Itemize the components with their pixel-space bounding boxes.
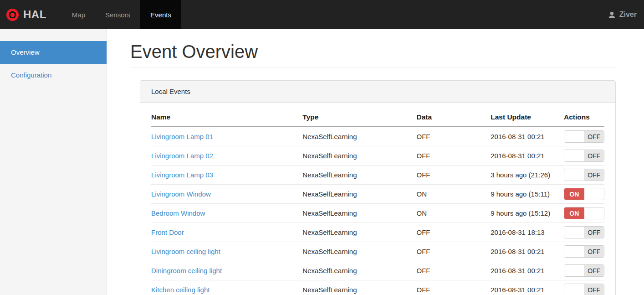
- toggle-off-label: OFF: [584, 169, 604, 181]
- sidebar-item[interactable]: Configuration: [0, 64, 107, 87]
- device-name-cell: Livingroom ceiling light: [151, 242, 302, 261]
- actions-cell: ON ON: [564, 185, 604, 204]
- device-type-cell: NexaSelfLearning: [302, 146, 416, 166]
- column-header-data: Data: [417, 109, 491, 127]
- actions-cell: OFF OFF: [564, 242, 604, 261]
- column-header-actions: Actions: [564, 109, 604, 127]
- device-data-cell: OFF: [417, 223, 491, 242]
- device-data-cell: ON: [417, 185, 491, 204]
- actions-cell: OFF OFF: [564, 146, 604, 166]
- actions-cell: OFF OFF: [564, 127, 604, 146]
- device-link[interactable]: Diningroom ceiling light: [151, 267, 222, 274]
- device-link[interactable]: Livingroom Lamp 03: [151, 171, 213, 179]
- device-link[interactable]: Livingroom Window: [151, 190, 211, 198]
- toggle-knob: [564, 169, 584, 181]
- last-update-cell: 2016-08-31 00:21: [491, 146, 564, 166]
- column-header-last-update: Last Update: [491, 109, 564, 127]
- action-toggle[interactable]: OFF OFF: [564, 150, 604, 162]
- device-data-cell: OFF: [417, 166, 491, 185]
- table-row: Livingroom Lamp 02 NexaSelfLearning OFF …: [151, 146, 604, 166]
- device-link[interactable]: Livingroom Lamp 01: [151, 133, 213, 140]
- action-toggle[interactable]: OFF OFF: [564, 226, 604, 238]
- nav-item[interactable]: Map: [62, 0, 95, 29]
- table-row: Livingroom Lamp 01 NexaSelfLearning OFF …: [151, 127, 604, 146]
- device-name-cell: Livingroom Lamp 01: [151, 127, 302, 146]
- main-content: Event Overview Local Events Name Type Da…: [107, 29, 644, 295]
- action-toggle[interactable]: ON ON: [564, 188, 604, 200]
- action-toggle[interactable]: OFF OFF: [564, 130, 604, 143]
- local-events-panel: Local Events Name Type Data Last Update …: [140, 80, 616, 295]
- device-data-cell: OFF: [417, 146, 491, 166]
- device-data-cell: ON: [417, 204, 491, 223]
- user-menu[interactable]: Ziver: [600, 0, 644, 29]
- device-link[interactable]: Livingroom Lamp 02: [151, 152, 213, 160]
- action-toggle[interactable]: ON ON: [564, 207, 604, 219]
- table-row: Livingroom ceiling light NexaSelfLearnin…: [151, 242, 604, 261]
- device-name-cell: Kitchen ceiling light: [151, 280, 302, 295]
- actions-cell: OFF OFF: [564, 223, 604, 242]
- device-type-cell: NexaSelfLearning: [302, 242, 416, 261]
- column-header-name: Name: [151, 109, 302, 127]
- last-update-cell: 9 hours ago (15:12): [491, 204, 564, 223]
- action-toggle[interactable]: OFF OFF: [564, 169, 604, 181]
- toggle-knob: [564, 284, 584, 295]
- device-link[interactable]: Front Door: [151, 228, 184, 236]
- page-title: Event Overview: [130, 41, 616, 67]
- toggle-off-label: OFF: [584, 131, 604, 142]
- toggle-off-label: OFF: [584, 284, 604, 295]
- toggle-off-label: OFF: [584, 265, 604, 276]
- device-type-cell: NexaSelfLearning: [302, 185, 416, 204]
- device-name-cell: Bedroom Window: [151, 204, 302, 223]
- device-data-cell: OFF: [417, 242, 491, 261]
- device-type-cell: NexaSelfLearning: [302, 280, 416, 295]
- toggle-knob: [584, 188, 604, 200]
- device-link[interactable]: Kitchen ceiling light: [151, 286, 210, 294]
- device-link[interactable]: Bedroom Window: [151, 209, 205, 217]
- table-row: Bedroom Window NexaSelfLearning ON 9 hou…: [151, 204, 604, 223]
- device-name-cell: Front Door: [151, 223, 302, 242]
- bullseye-logo-icon: [6, 9, 19, 21]
- nav-item-label: Events: [150, 11, 171, 19]
- panel-title: Local Events: [140, 81, 615, 103]
- sidebar-item[interactable]: Overview: [0, 41, 107, 64]
- top-navbar: HAL Map Sensors Events Ziver: [0, 0, 644, 29]
- device-type-cell: NexaSelfLearning: [302, 127, 416, 146]
- actions-cell: OFF OFF: [564, 280, 604, 295]
- last-update-cell: 9 hours ago (15:11): [491, 185, 564, 204]
- nav-item-label: Map: [72, 11, 85, 19]
- device-data-cell: OFF: [417, 261, 491, 280]
- action-toggle[interactable]: OFF OFF: [564, 284, 604, 295]
- events-table: Name Type Data Last Update Actions Livin…: [151, 109, 604, 295]
- device-data-cell: OFF: [417, 280, 491, 295]
- last-update-cell: 3 hours ago (21:26): [491, 166, 564, 185]
- device-type-cell: NexaSelfLearning: [302, 204, 416, 223]
- device-type-cell: NexaSelfLearning: [302, 166, 416, 185]
- brand[interactable]: HAL: [0, 0, 54, 29]
- device-data-cell: OFF: [417, 127, 491, 146]
- toggle-knob: [584, 207, 604, 219]
- nav-item[interactable]: Sensors: [95, 0, 140, 29]
- table-row: Livingroom Window NexaSelfLearning ON 9 …: [151, 185, 604, 204]
- nav-item[interactable]: Events: [140, 0, 181, 29]
- navbar-menu: Map Sensors Events: [62, 0, 181, 29]
- table-row: Front Door NexaSelfLearning OFF 2016-08-…: [151, 223, 604, 242]
- action-toggle[interactable]: OFF OFF: [564, 264, 604, 277]
- toggle-off-label: OFF: [584, 246, 604, 257]
- toggle-on-label: ON: [564, 188, 584, 200]
- column-header-type: Type: [302, 109, 416, 127]
- actions-cell: ON ON: [564, 204, 604, 223]
- sidebar: Overview Configuration: [0, 29, 107, 295]
- device-name-cell: Livingroom Window: [151, 185, 302, 204]
- table-row: Livingroom Lamp 03 NexaSelfLearning OFF …: [151, 166, 604, 185]
- table-row: Kitchen ceiling light NexaSelfLearning O…: [151, 280, 604, 295]
- table-row: Diningroom ceiling light NexaSelfLearnin…: [151, 261, 604, 280]
- toggle-on-label: ON: [564, 207, 584, 219]
- sidebar-item-label: Configuration: [11, 71, 51, 79]
- toggle-knob: [564, 246, 584, 257]
- last-update-cell: 2016-08-31 00:21: [491, 242, 564, 261]
- device-link[interactable]: Livingroom ceiling light: [151, 248, 220, 255]
- action-toggle[interactable]: OFF OFF: [564, 245, 604, 258]
- toggle-knob: [564, 265, 584, 276]
- last-update-cell: 2016-08-31 00:21: [491, 127, 564, 146]
- device-name-cell: Livingroom Lamp 02: [151, 146, 302, 166]
